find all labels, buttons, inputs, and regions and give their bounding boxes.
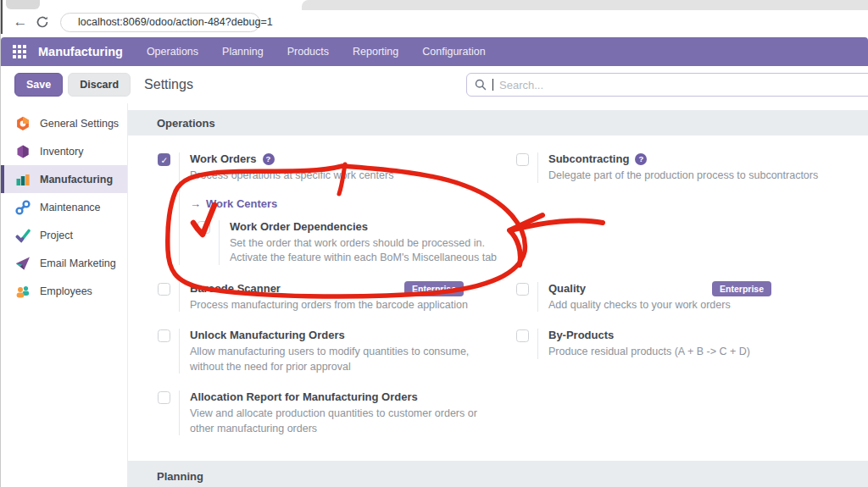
setting-description: Activate the feature within each BoM's M…	[230, 251, 498, 265]
setting-label: Subcontracting	[548, 152, 629, 165]
allocation-report-checkbox[interactable]	[158, 391, 170, 404]
sidebar-item-email-marketing[interactable]: Email Marketing	[1, 249, 127, 277]
sidebar-item-label: Manufacturing	[40, 174, 113, 185]
sidebar-item-project[interactable]: Project	[1, 221, 127, 249]
enterprise-badge: Enterprise	[712, 281, 771, 296]
search-icon	[475, 79, 487, 91]
setting-quality: Quality Add quality checks to your work …	[516, 282, 856, 313]
section-header-operations: Operations	[128, 110, 868, 136]
sidebar-item-label: General Settings	[40, 118, 119, 130]
help-icon[interactable]: ?	[635, 153, 647, 165]
setting-label: By-Products	[548, 329, 856, 341]
sidebar-item-employees[interactable]: Employees	[1, 277, 127, 305]
sidebar-item-inventory[interactable]: Inventory	[1, 137, 127, 165]
inventory-box-icon	[15, 144, 31, 159]
tab-fragment[interactable]	[6, 0, 40, 9]
right-arrow-icon: →	[190, 197, 201, 210]
setting-by-products: By-Products Produce residual products (A…	[516, 329, 856, 359]
discard-button[interactable]: Discard	[68, 73, 131, 97]
work-order-dependencies-checkbox[interactable]	[198, 221, 210, 234]
setting-unlock-manufacturing-orders: Unlock Manufacturing Orders Allow manufa…	[158, 329, 498, 374]
save-button[interactable]: Save	[14, 73, 63, 97]
apps-grid-icon[interactable]	[13, 45, 26, 58]
sidebar-item-label: Email Marketing	[40, 257, 116, 269]
setting-description: Delegate part of the production process …	[548, 169, 856, 183]
browser-chrome: ← localhost:8069/odoo/action-484?debug=1	[1, 0, 868, 34]
sidebar-item-general-settings[interactable]: General Settings	[1, 109, 127, 137]
menu-configuration[interactable]: Configuration	[414, 46, 493, 58]
sidebar-item-maintenance[interactable]: Maintenance	[1, 193, 127, 221]
enterprise-badge: Enterprise	[404, 281, 464, 296]
sidebar-item-label: Maintenance	[40, 202, 101, 213]
browser-toolbar: ← localhost:8069/odoo/action-484?debug=1	[1, 10, 868, 34]
tab-strip-background	[302, 0, 868, 10]
setting-description: without the need for prior approval	[190, 360, 498, 374]
app-name[interactable]: Manufacturing	[38, 45, 123, 58]
setting-description: Process manufacturing orders from the ba…	[190, 298, 498, 313]
search-placeholder: Search...	[499, 79, 543, 91]
sidebar-item-label: Employees	[40, 285, 92, 297]
help-icon[interactable]: ?	[263, 153, 275, 165]
setting-label: Quality	[548, 282, 856, 295]
project-check-icon	[15, 228, 31, 243]
control-panel: Save Discard Settings Search...	[1, 66, 868, 103]
setting-description: View and allocate production quantities …	[190, 407, 498, 421]
unlock-manufacturing-orders-checkbox[interactable]	[158, 329, 170, 342]
manufacturing-chart-icon	[15, 172, 31, 187]
reload-icon[interactable]	[31, 12, 53, 32]
setting-description: Add quality checks to your work orders	[548, 298, 856, 313]
setting-label: Allocation Report for Manufacturing Orde…	[190, 390, 498, 403]
url-text: localhost:8069/odoo/action-484?debug=1	[78, 16, 273, 28]
work-centers-link-label: Work Centers	[206, 197, 277, 210]
settings-sidebar: General Settings Inventory Manufacturing…	[1, 103, 128, 487]
setting-description: Produce residual products (A + B -> C + …	[548, 345, 856, 359]
menu-operations[interactable]: Operations	[138, 46, 207, 58]
odoo-navbar: Manufacturing Operations Planning Produc…	[1, 37, 868, 66]
menu-reporting[interactable]: Reporting	[344, 46, 407, 58]
employees-icon	[15, 284, 31, 299]
tab-strip	[1, 0, 868, 10]
sidebar-item-label: Project	[40, 230, 73, 241]
paper-plane-icon	[15, 256, 31, 271]
setting-description: Set the order that work orders should be…	[230, 236, 498, 251]
barcode-scanner-checkbox[interactable]	[158, 283, 170, 296]
sidebar-item-label: Inventory	[40, 146, 83, 158]
quality-checkbox[interactable]	[516, 283, 529, 296]
section-header-planning: Planning	[128, 461, 868, 487]
address-bar[interactable]: localhost:8069/odoo/action-484?debug=1	[60, 13, 260, 32]
text-caret	[492, 79, 493, 91]
menu-planning[interactable]: Planning	[214, 46, 272, 58]
menu-products[interactable]: Products	[279, 46, 337, 58]
work-orders-checkbox[interactable]	[158, 153, 170, 166]
setting-work-order-dependencies: Work Order Dependencies Set the order th…	[198, 220, 498, 265]
work-centers-link[interactable]: → Work Centers	[190, 197, 498, 210]
setting-label: Work Order Dependencies	[230, 220, 498, 233]
settings-content: Operations Work Orders ? Process operati…	[128, 103, 868, 487]
maintenance-links-icon	[15, 200, 31, 215]
setting-allocation-report: Allocation Report for Manufacturing Orde…	[158, 390, 498, 435]
setting-description: other manufacturing orders	[190, 422, 498, 436]
page-title: Settings	[144, 77, 193, 92]
setting-work-orders: Work Orders ? Process operations at spec…	[158, 152, 498, 265]
setting-description: Process operations at specific work cent…	[190, 169, 498, 183]
setting-barcode-scanner: Barcode Scanner Process manufacturing or…	[158, 282, 498, 313]
setting-label: Work Orders	[190, 152, 257, 165]
back-icon[interactable]: ←	[9, 12, 31, 32]
gear-icon	[15, 116, 31, 131]
by-products-checkbox[interactable]	[516, 329, 529, 342]
setting-subcontracting: Subcontracting ? Delegate part of the pr…	[516, 152, 856, 183]
subcontracting-checkbox[interactable]	[516, 153, 529, 166]
setting-label: Unlock Manufacturing Orders	[190, 329, 498, 341]
sidebar-item-manufacturing[interactable]: Manufacturing	[1, 165, 127, 193]
operations-settings-grid: Work Orders ? Process operations at spec…	[128, 136, 868, 435]
setting-description: Allow manufacturing users to modify quan…	[190, 345, 498, 359]
search-input[interactable]: Search...	[466, 73, 868, 97]
